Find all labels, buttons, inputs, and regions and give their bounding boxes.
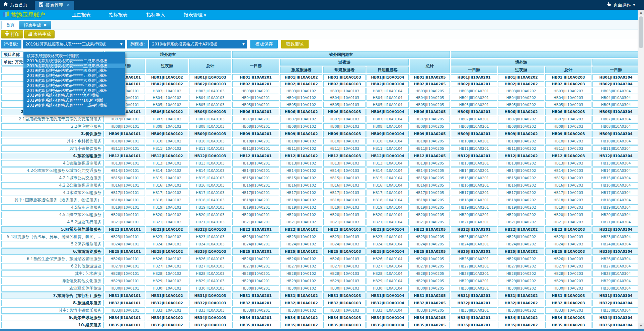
row-template-select[interactable]: 2019核算系统报表格式表*****三成果行模板 ▼ [23,40,125,48]
data-cell: HB15|III10A0104 [367,175,409,181]
data-cell: HB19|II10A0205 [410,204,450,211]
data-cell: HB21|II10A0205 [410,219,450,225]
data-cell: HB11|III10A0103 [323,145,366,152]
dropdown-option[interactable]: 2019核算系统报表格式表*****二成果行模板 [23,59,125,64]
top-tab-report-management[interactable]: 报表管理 ✕ [35,1,74,10]
dropdown-option[interactable]: 2019核算系统报表格式表*****七成果行模板 [23,83,125,88]
data-cell: HB11|III10A0304 [592,145,639,152]
data-cell: HB26|III10A0202 [498,256,544,262]
tab-home[interactable]: 首页 [1,21,19,29]
vertical-scrollbar-thumb[interactable] [639,16,643,48]
data-cell: HB10|II10A0102 [146,138,188,144]
data-cell: HB09|III10A0102 [280,131,322,137]
menu-indicator-reports[interactable]: 指标报表 [109,10,128,20]
data-cell: HB21|III10A0102 [280,219,322,225]
data-cell: HB01|III10A0104 [367,74,409,80]
data-cell: HB12|II10A0103 [189,153,231,159]
data-cell: HB08|III10A0201 [451,123,497,130]
data-cell: HB21|III10A0104 [367,219,409,225]
backend-home-button[interactable]: 后台首页 [3,0,27,10]
row-label-cell: 5.1租赁服务（含汽车、房车、游艇的租赁、帆船、... [1,234,104,240]
data-cell: HB30|III10A0202 [498,285,544,292]
data-cell: HB28|II10A0101 [105,270,145,277]
data-cell: HB34|II10A0101 [105,315,145,321]
data-cell: HB03|III10A0203 [545,88,591,94]
data-cell: HB26|II10A0205 [410,256,450,262]
dropdown-option[interactable]: 2019核算系统报表格式表*****八成果行模板 [23,88,125,93]
dropdown-option[interactable]: 2019核算系统报表格式表*****五成果行模板 [23,73,125,78]
data-cell: HB32|III10A0202 [498,300,544,306]
data-cell: HB25|III10A0104 [367,248,409,255]
data-cell: HB30|II10A0102 [146,285,188,292]
data-cell: HB19|III10A0203 [545,204,591,211]
col-template-select[interactable]: 2019核算系统报表格式表十A列模板 ▼ [149,40,247,48]
data-cell: HB08|II10A0205 [410,123,450,130]
data-cell: HB19|II10A0201 [232,204,279,211]
dropdown-option[interactable]: 核算系统报表格式表一行测试 [23,53,125,59]
data-cell: HB20|II10A0201 [232,212,279,218]
menu-report-management[interactable]: 报表管理▼ [184,10,206,20]
data-cell: HB12|II10A0102 [146,153,188,159]
vertical-scrollbar[interactable]: ▲ ▼ [638,10,644,329]
data-cell: HB19|III10A0202 [498,204,544,211]
data-cell: HB21|III10A0203 [545,219,591,225]
generate-table-button[interactable]: 表格生成 [24,30,55,38]
data-cell: HB17|III10A0203 [545,190,591,196]
data-cell: HB10|II10A0103 [189,138,231,144]
data-cell: HB27|III10A0201 [451,263,497,269]
data-cell: HB29|II10A0101 [105,278,145,284]
data-cell: HB34|II10A0103 [189,315,231,321]
dropdown-option[interactable]: 2019核算系统报表格式表*****六成果行模板 [23,78,125,83]
dropdown-option[interactable]: 2019核算系统报表格式表*****一成果行模板 [23,103,125,108]
data-cell: HB26|II10A0101 [105,256,145,262]
data-cell: HB30|III10A0102 [280,285,322,292]
scroll-up-arrow-icon[interactable]: ▲ [638,10,644,15]
print-button[interactable]: 打印 [1,30,23,38]
data-cell: HB11|III10A0201 [451,145,497,152]
close-icon[interactable]: ✖ [44,21,47,29]
table-row: 5.2保养维修服务HB24|II10A0101HB24|II10A0102HB2… [1,241,639,247]
data-cell: HB23|III10A0304 [592,234,639,240]
menu-indicator-import[interactable]: 指标导入 [146,10,165,20]
dropdown-option[interactable]: 2019核算系统报表格式表*****三成果行模板 [23,64,125,69]
table-row: 农业观光休闲旅游HB30|II10A0101HB30|II10A0102HB30… [1,285,639,292]
data-cell: HB17|II10A0103 [189,190,231,196]
data-cell: HB17|II10A0201 [232,190,279,196]
horizontal-scrollbar[interactable] [0,329,644,331]
data-cell: HB05|II10A0205 [410,102,450,108]
data-cell: HB22|II10A0103 [189,226,231,233]
data-cell: HB33|II10A0103 [189,307,231,314]
table-row: 4.5航空运输服务HB19|II10A0101HB19|II10A0102HB1… [1,204,639,211]
data-cell: HB26|II10A0103 [189,256,231,262]
data-cell: HB34|II10A0201 [232,315,279,321]
menu-satellite-reports[interactable]: 卫星报表 [72,10,91,20]
data-cell: HB01|II10A0201 [232,74,279,80]
data-cell: HB02|III10A0102 [280,81,322,87]
data-cell: HB04|III10A0203 [545,95,591,101]
tab-report-generation[interactable]: 报表生成 ✖ [19,21,51,29]
table-row: 4.2.1城市公共交通服务HB15|II10A0101HB15|II10A010… [1,175,639,181]
data-cell: HB34|III10A0304 [592,315,639,321]
save-template-button[interactable]: 模板保存 [250,40,278,48]
table-row: 6.2其他旅游游览HB27|II10A0101HB27|II10A0102HB2… [1,263,639,269]
page-operations-menu[interactable]: 页面操作 ▼ [607,0,635,10]
data-cell: HB16|II10A0205 [410,182,450,189]
data-cell: HB28|III10A0304 [592,270,639,277]
scroll-down-arrow-icon[interactable]: ▼ [638,323,644,329]
data-cell: HB17|II10A0101 [105,190,145,196]
row-label-cell: 其中: 艺术表演 [1,270,104,277]
data-cell: HB16|III10A0104 [367,182,409,189]
fetch-test-button[interactable]: 取数测试 [281,40,309,48]
data-cell: HB25|III10A0203 [545,248,591,255]
dropdown-option[interactable]: 2019核算系统报表格式表*****四成果行模板 [23,68,125,73]
data-cell: HB08|II10A0103 [189,123,231,130]
data-cell: HB17|III10A0304 [592,190,639,196]
close-icon[interactable]: ✕ [67,1,70,10]
data-cell: HB01|II10A0102 [146,74,188,80]
dropdown-option[interactable]: 2019核算系统报表格式表*****10B行模版 [23,98,125,103]
report-doc-icon [39,1,43,10]
data-cell: HB33|III10A0102 [280,307,322,314]
col-header-total: 总计 [545,67,591,73]
dropdown-option[interactable]: 2019核算系统报表格式表*****九行模板 [23,93,125,98]
col-header-day-trip: 一日游 [232,59,279,73]
